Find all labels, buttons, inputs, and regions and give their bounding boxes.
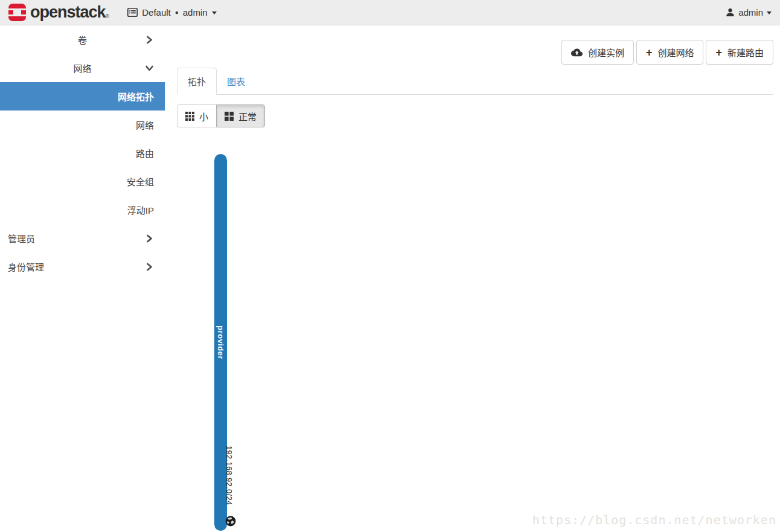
domain-project-switcher[interactable]: Default ● admin xyxy=(127,7,216,18)
grid-3x3-icon xyxy=(185,112,194,121)
sidebar-item-identity[interactable]: 身份管理 xyxy=(0,252,165,281)
create-network-button[interactable]: + 创建网络 xyxy=(636,40,704,65)
chevron-right-icon xyxy=(146,262,153,271)
chevron-right-icon xyxy=(146,234,153,243)
caret-down-icon xyxy=(767,11,772,14)
launch-instance-button[interactable]: 创建实例 xyxy=(561,40,634,65)
create-router-button[interactable]: + 新建路由 xyxy=(706,40,773,65)
sidebar-item-label: 浮动IP xyxy=(127,204,154,216)
list-icon xyxy=(127,8,138,17)
create-network-label: 创建网络 xyxy=(657,46,694,59)
cloud-upload-icon xyxy=(571,48,583,57)
user-menu-dropdown[interactable]: admin xyxy=(726,7,772,18)
sidebar-item-label: 卷 xyxy=(78,33,87,46)
main-content: 创建实例 + 创建网络 + 新建路由 拓扑 图表 小 xyxy=(165,25,780,532)
openstack-logo-icon xyxy=(8,4,26,21)
normal-view-label: 正常 xyxy=(238,110,257,123)
small-view-button[interactable]: 小 xyxy=(177,104,217,127)
sidebar-item-volumes[interactable]: 卷 xyxy=(0,25,165,54)
chevron-right-icon xyxy=(146,35,153,44)
small-view-label: 小 xyxy=(199,110,208,123)
brand-wordmark: openstack xyxy=(30,3,106,22)
tab-graph[interactable]: 图表 xyxy=(217,68,255,94)
launch-instance-label: 创建实例 xyxy=(588,46,624,59)
user-icon xyxy=(726,8,735,17)
plus-icon: + xyxy=(715,47,722,58)
caret-down-icon xyxy=(212,11,217,14)
view-tabs: 拓扑 图表 xyxy=(177,68,773,95)
context-project: admin xyxy=(183,7,208,18)
plus-icon: + xyxy=(646,47,653,58)
topbar: openstack ® Default ● admin admin xyxy=(0,0,780,25)
topology-size-toggle: 小 正常 xyxy=(177,104,265,127)
create-router-label: 新建路由 xyxy=(727,46,764,59)
sidebar-item-network-group[interactable]: 网络 xyxy=(0,54,165,82)
context-separator-bullet: ● xyxy=(175,10,179,16)
sidebar-item-label: 网络 xyxy=(136,118,154,131)
sidebar-nav: 卷 网络 网络拓扑 网络 路由 安全组 浮动IP 管理员 身份管理 xyxy=(0,25,165,281)
sidebar-item-label: 路由 xyxy=(136,147,154,159)
chevron-down-icon xyxy=(145,65,154,71)
sidebar-item-label: 身份管理 xyxy=(8,260,44,273)
sidebar-item-label: 网络拓扑 xyxy=(118,90,154,103)
context-domain: Default xyxy=(142,7,171,18)
external-network-globe-icon xyxy=(225,516,236,529)
user-name: admin xyxy=(738,7,763,18)
sidebar-item-label: 网络 xyxy=(73,62,91,74)
subnet-cidr-label: 192.168.92.0/24 xyxy=(225,446,234,505)
tab-topology[interactable]: 拓扑 xyxy=(177,68,217,95)
sidebar-item-security-groups[interactable]: 安全组 xyxy=(0,167,165,196)
sidebar-item-label: 管理员 xyxy=(8,232,35,245)
sidebar-item-network-topology[interactable]: 网络拓扑 xyxy=(0,82,165,111)
sidebar-item-routers[interactable]: 路由 xyxy=(0,139,165,167)
grid-2x2-icon xyxy=(225,112,234,121)
sidebar-item-floating-ips[interactable]: 浮动IP xyxy=(0,196,165,224)
sidebar-item-label: 安全组 xyxy=(127,175,154,188)
normal-view-button[interactable]: 正常 xyxy=(216,104,265,127)
sidebar-item-networks[interactable]: 网络 xyxy=(0,111,165,139)
openstack-brand-link[interactable]: openstack ® xyxy=(8,3,109,22)
sidebar-item-admin[interactable]: 管理员 xyxy=(0,224,165,252)
action-buttons: 创建实例 + 创建网络 + 新建路由 xyxy=(561,40,773,65)
brand-reg-mark: ® xyxy=(106,13,110,19)
